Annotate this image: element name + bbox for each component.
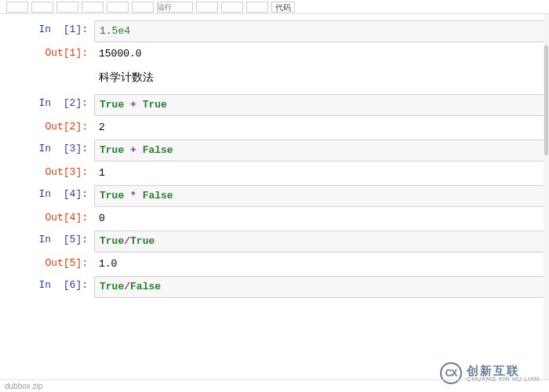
code-input[interactable]: True/True xyxy=(94,230,549,252)
token-bool: False xyxy=(143,190,173,201)
out-prompt: Out[2]: xyxy=(0,118,94,136)
token-bool: True xyxy=(100,235,124,247)
status-bar: dubbox zip xyxy=(0,379,549,392)
code-cell[interactable]: In [1]: 1.5e4 xyxy=(0,20,549,42)
toolbar-button[interactable] xyxy=(196,2,218,13)
markdown-text: 科学计数法 xyxy=(94,66,549,93)
cell-output: 0 xyxy=(94,209,549,229)
output-row: Out[5]: 1.0 xyxy=(0,254,549,274)
in-prompt: In [4]: xyxy=(0,185,94,204)
token-bool: True xyxy=(100,99,124,111)
toolbar-button[interactable] xyxy=(82,2,104,13)
code-cell[interactable]: In [5]: True/True xyxy=(0,230,549,252)
out-prompt: Out[4]: xyxy=(0,209,94,227)
code-input[interactable]: True/False xyxy=(94,276,549,298)
token-op: / xyxy=(124,235,130,247)
out-prompt: Out[1]: xyxy=(0,44,94,63)
token-op: / xyxy=(124,281,130,292)
code-cell[interactable]: In [6]: True/False xyxy=(0,276,549,298)
token-bool: True xyxy=(100,144,124,156)
in-prompt: In [2]: xyxy=(0,94,94,113)
output-row: Out[2]: 2 xyxy=(0,118,549,138)
token-bool: False xyxy=(130,281,161,292)
markdown-cell[interactable]: 科学计数法 xyxy=(0,66,549,93)
out-prompt: Out[3]: xyxy=(0,163,94,182)
toolbar-button[interactable] xyxy=(6,2,28,13)
in-prompt: In [5]: xyxy=(0,230,94,249)
code-cell[interactable]: In [2]: True + True xyxy=(0,94,549,116)
token-op: + xyxy=(130,144,136,156)
in-prompt: In [3]: xyxy=(0,140,94,158)
cell-output: 2 xyxy=(94,118,549,138)
toolbar-button[interactable] xyxy=(132,2,154,13)
scroll-thumb[interactable] xyxy=(544,45,548,155)
toolbar-button[interactable] xyxy=(221,2,243,13)
token-number: 1.5e4 xyxy=(100,25,130,37)
toolbar-button[interactable] xyxy=(246,2,268,13)
cell-output: 15000.0 xyxy=(94,44,549,64)
output-row: Out[3]: 1 xyxy=(0,163,549,183)
token-bool: False xyxy=(143,144,173,156)
code-input[interactable]: True + True xyxy=(94,94,549,116)
cell-output: 1.0 xyxy=(94,254,549,274)
watermark-cn: 创新互联 xyxy=(467,365,540,376)
in-prompt: In [1]: xyxy=(0,20,94,39)
token-bool: True xyxy=(100,190,124,201)
toolbar: 运行 代码 xyxy=(0,0,549,14)
output-row: Out[1]: 15000.0 xyxy=(0,44,549,64)
footer-text: dubbox zip xyxy=(5,382,42,390)
token-op: * xyxy=(130,190,136,201)
toolbar-button[interactable] xyxy=(107,2,129,13)
code-cell[interactable]: In [3]: True + False xyxy=(0,140,549,162)
code-input[interactable]: True + False xyxy=(94,140,549,162)
code-cell[interactable]: In [4]: True * False xyxy=(0,185,549,207)
vertical-scrollbar[interactable] xyxy=(544,14,549,379)
token-bool: True xyxy=(143,99,167,111)
in-prompt: In [6]: xyxy=(0,276,94,295)
cell-type-select[interactable]: 代码 xyxy=(271,2,295,13)
toolbar-button[interactable] xyxy=(31,2,53,13)
token-bool: True xyxy=(100,281,124,292)
cell-output: 1 xyxy=(94,163,549,183)
output-row: Out[4]: 0 xyxy=(0,209,549,229)
notebook-area: In [1]: 1.5e4 Out[1]: 15000.0 科学计数法 In [… xyxy=(0,14,549,298)
code-input[interactable]: 1.5e4 xyxy=(94,20,549,42)
out-prompt: Out[5]: xyxy=(0,254,94,273)
token-bool: True xyxy=(130,235,155,247)
code-input[interactable]: True * False xyxy=(94,185,549,207)
toolbar-button[interactable] xyxy=(56,2,78,13)
token-op: + xyxy=(130,99,136,111)
run-button[interactable]: 运行 xyxy=(157,2,193,13)
